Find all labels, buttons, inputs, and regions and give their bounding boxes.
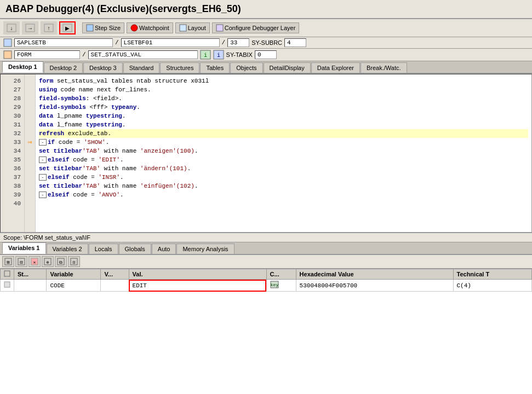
layout-btn[interactable]: Layout	[175, 22, 210, 33]
include-field[interactable]: LSETBF01	[121, 38, 220, 47]
continue-btn[interactable]: ▶	[59, 21, 76, 34]
col-header-2: V...	[101, 269, 129, 280]
tab-break--watc-[interactable]: Break./Watc.	[361, 62, 407, 73]
table-row: CODEEDITkey530048004F005700C(4)	[1, 280, 532, 292]
collapse-btn[interactable]: ⊟	[15, 256, 27, 267]
code-line-37: set titlebar 'TAB' with name 'ändern'(10…	[39, 164, 528, 173]
code-line-34: - if code = 'SHOW'.	[39, 138, 528, 147]
watchpoint-btn[interactable]: Watchpoint	[127, 22, 173, 33]
delete-btn[interactable]: ✕	[28, 256, 41, 267]
cell-c: key	[266, 280, 296, 292]
bottom-tab-variables-2[interactable]: Variables 2	[47, 244, 88, 254]
code-line-28: field-symbols: <field>.	[39, 94, 528, 103]
watchpoint-label: Watchpoint	[139, 25, 169, 31]
tab-detaildisplay[interactable]: DetailDisplay	[264, 62, 311, 73]
tab-desktop-1[interactable]: Desktop 1	[2, 61, 43, 73]
svg-text:↓: ↓	[10, 25, 13, 31]
sy-subrc-label: SY-SUBRC	[251, 39, 282, 46]
step-into-btn[interactable]: ↓	[3, 21, 20, 34]
svg-text:⊞: ⊞	[7, 260, 9, 265]
col-header-0: St...	[14, 269, 47, 280]
title-bar: ABAP Debugger(4) (Exclusive)(servergts_E…	[0, 0, 532, 19]
svg-text:⊡: ⊡	[73, 260, 76, 265]
step-return-btn[interactable]: ↑	[41, 21, 57, 34]
svg-text:✕: ✕	[33, 260, 36, 265]
sy-subrc-field[interactable]: 4	[284, 38, 306, 47]
cell-variable: CODE	[47, 280, 101, 292]
line-field[interactable]: 33	[227, 38, 249, 47]
tab-structures[interactable]: Structures	[160, 62, 199, 73]
arrow-col: ⇒	[25, 74, 36, 232]
svg-text:i: i	[204, 53, 207, 59]
sy-tabix-field[interactable]: 0	[255, 50, 277, 59]
code-line-26: form set_status_val tables ntab structur…	[39, 77, 528, 85]
code-text: form set_status_val tables ntab structur…	[36, 74, 531, 232]
svg-text:⊕: ⊕	[47, 260, 49, 265]
form-name-field[interactable]: SET_STATUS_VAL	[88, 50, 198, 59]
tab-desktop-3[interactable]: Desktop 3	[83, 62, 123, 73]
bottom-tab-globals[interactable]: Globals	[119, 244, 151, 254]
svg-text:↑: ↑	[48, 25, 50, 31]
copy-btn[interactable]: ⧉	[55, 256, 67, 267]
svg-rect-8	[87, 25, 93, 31]
svg-text:i: i	[217, 53, 220, 59]
sy-tabix-label: SY-TABIX	[226, 51, 253, 58]
col-header-3: Val.	[129, 269, 266, 280]
tab-desktop-2[interactable]: Desktop 2	[44, 62, 83, 73]
code-line-30: data l_pname type string.	[39, 112, 528, 120]
tab-objects[interactable]: Objects	[230, 62, 262, 73]
code-editor[interactable]: 262728293031323334353637383940 ⇒ form se…	[0, 74, 532, 233]
svg-text:→: →	[27, 25, 33, 31]
svg-rect-13	[4, 51, 12, 59]
desktop-tabs: Desktop 1Desktop 2Desktop 3StandardStruc…	[0, 61, 532, 74]
code-line-27: using code name next for_lines.	[39, 85, 528, 94]
cell-hex: 530048004F005700	[296, 280, 453, 292]
tab-data-explorer[interactable]: Data Explorer	[311, 62, 360, 73]
sep-slash-3: /	[82, 51, 86, 58]
status-icon-2	[3, 50, 12, 59]
line-numbers: 262728293031323334353637383940	[1, 74, 25, 232]
tab-standard[interactable]: Standard	[123, 62, 160, 73]
col-header-5: Hexadecimal Value	[296, 269, 453, 280]
sep-slash-1: /	[115, 39, 119, 46]
svg-rect-10	[180, 25, 186, 31]
form-type-field[interactable]: FORM	[14, 50, 80, 59]
cell-val[interactable]: EDIT	[129, 280, 266, 292]
layout-label: Layout	[188, 25, 206, 31]
filter-btn[interactable]: ⊕	[42, 256, 54, 267]
code-line-31: data l_fname type string.	[39, 120, 528, 129]
step-size-label: Step Size	[95, 25, 121, 31]
table-body: CODEEDITkey530048004F005700C(4)	[1, 280, 532, 292]
bottom-tab-memory-analysis[interactable]: Memory Analysis	[176, 244, 234, 254]
col-header-6: Technical T	[453, 269, 532, 280]
paste-btn[interactable]: ⊡	[68, 256, 80, 267]
program-field[interactable]: SAPLSETB	[14, 38, 113, 47]
configure-btn[interactable]: Configure Debugger Layer	[212, 22, 300, 33]
bottom-toolbar: ⊞ ⊟ ✕ ⊕ ⧉ ⊡	[0, 255, 532, 269]
code-line-35: set titlebar 'TAB' with name 'anzeigen'(…	[39, 147, 528, 155]
svg-rect-31	[4, 282, 10, 287]
svg-text:key: key	[270, 282, 278, 287]
row-icon-cell	[1, 280, 14, 292]
svg-text:⊟: ⊟	[20, 260, 22, 265]
code-section: 262728293031323334353637383940 ⇒ form se…	[0, 74, 532, 233]
bottom-tab-variables-1[interactable]: Variables 1	[2, 242, 46, 254]
expand-btn[interactable]: ⊞	[2, 256, 14, 267]
col-header-1: Variable	[47, 269, 101, 280]
main-layout: ABAP Debugger(4) (Exclusive)(servergts_E…	[0, 0, 532, 394]
tab-tables[interactable]: Tables	[200, 62, 230, 73]
bottom-tab-locals[interactable]: Locals	[89, 244, 118, 254]
code-line-40: - elseif code = 'ANVO'.	[39, 190, 528, 199]
step-size-btn[interactable]: Step Size	[82, 22, 124, 33]
code-line-39: set titlebar 'TAB' with name 'einfügen'(…	[39, 182, 528, 190]
app-title: ABAP Debugger(4) (Exclusive)(servergts_E…	[5, 3, 241, 14]
table-header-row: St...VariableV...Val.C...Hexadecimal Val…	[1, 269, 532, 280]
bottom-tab-auto[interactable]: Auto	[152, 244, 176, 254]
svg-rect-30	[4, 271, 10, 276]
code-line-33: refresh exclude_tab.	[39, 129, 528, 138]
variables-table-container: St...VariableV...Val.C...Hexadecimal Val…	[0, 269, 532, 394]
scope-bar: Scope: \FORM set_status_val\IF	[0, 233, 532, 242]
scope-text: Scope: \FORM set_status_val\IF	[3, 234, 90, 241]
step-over-btn[interactable]: →	[22, 21, 38, 34]
cell-st	[14, 280, 47, 292]
